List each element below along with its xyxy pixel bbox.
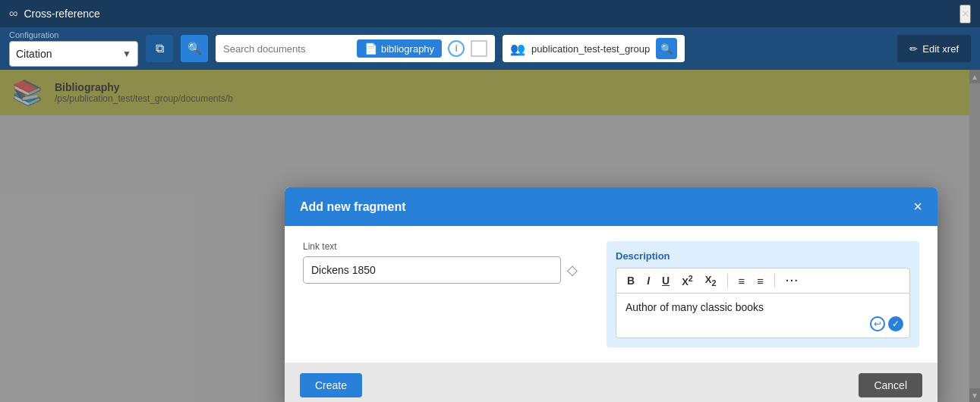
modal-close-button[interactable]: × xyxy=(913,198,922,215)
edit-xref-button[interactable]: ✏ Edit xref xyxy=(897,35,971,62)
title-bar-title: Cross-reference xyxy=(24,8,99,20)
modal-footer: Create Cancel xyxy=(285,363,937,402)
cancel-button[interactable]: Cancel xyxy=(859,373,922,397)
format-separator-2 xyxy=(774,274,775,287)
config-value: Citation xyxy=(16,48,52,60)
add-fragment-modal: Add new fragment × Link text ◇ Descripti… xyxy=(285,187,937,402)
undo-icon[interactable]: ↩ xyxy=(870,316,885,331)
search-icon: 🔍 xyxy=(187,42,202,55)
chevron-down-icon: ▼ xyxy=(122,49,131,59)
ordered-list-btn[interactable]: ≡ xyxy=(734,272,750,290)
clear-button[interactable]: ◇ xyxy=(567,262,578,278)
description-label: Description xyxy=(616,250,910,262)
italic-btn[interactable]: I xyxy=(642,272,654,289)
group-search-button[interactable]: 🔍 xyxy=(656,38,677,59)
description-editor[interactable]: Author of many classic books ↩ ✓ xyxy=(616,293,910,338)
confirm-icon[interactable]: ✓ xyxy=(888,316,903,331)
group-label: publication_test-test_group xyxy=(531,43,650,55)
modal-right-panel: Description B I U X2 X2 ≡ ≡ ··· Author o… xyxy=(607,241,919,347)
more-options-btn[interactable]: ··· xyxy=(781,272,804,289)
format-separator-1 xyxy=(727,274,728,287)
edit-icon: ✏ xyxy=(909,43,918,55)
description-text: Author of many classic books xyxy=(625,301,764,313)
bold-btn[interactable]: B xyxy=(622,272,639,289)
modal-body: Link text ◇ Description B I U X2 X2 ≡ xyxy=(285,226,937,363)
modal-title: Add new fragment xyxy=(300,200,406,214)
edit-xref-label: Edit xref xyxy=(922,43,959,55)
title-bar: ∞ Cross-reference × xyxy=(0,0,980,27)
link-text-row: ◇ xyxy=(303,256,591,284)
toolbar: Configuration Citation ▼ ⧉ 🔍 📄 bibliogra… xyxy=(0,27,980,70)
modal-header: Add new fragment × xyxy=(285,187,937,226)
search-input[interactable] xyxy=(223,43,351,55)
config-label: Configuration xyxy=(9,30,138,39)
subscript-btn[interactable]: X2 xyxy=(701,272,721,290)
bibliography-badge[interactable]: 📄 bibliography xyxy=(357,39,442,58)
link-text-input[interactable] xyxy=(303,256,561,284)
group-bar: 👥 publication_test-test_group 🔍 xyxy=(503,35,685,62)
modal-left-panel: Link text ◇ xyxy=(303,241,591,347)
unordered-list-btn[interactable]: ≡ xyxy=(752,272,768,290)
group-search-icon: 🔍 xyxy=(660,43,673,55)
bibliography-icon: 📄 xyxy=(364,42,377,55)
link-text-label: Link text xyxy=(303,241,591,252)
content-area: 📚 Bibliography /ps/publication_test/test… xyxy=(0,70,980,402)
create-button[interactable]: Create xyxy=(300,373,362,397)
superscript-btn[interactable]: X2 xyxy=(677,272,698,290)
description-action-icons: ↩ ✓ xyxy=(870,316,903,331)
infinity-icon: ∞ xyxy=(9,7,17,20)
title-bar-left: ∞ Cross-reference xyxy=(9,7,100,20)
square-button[interactable] xyxy=(471,40,487,57)
config-select[interactable]: Citation ▼ xyxy=(9,41,138,67)
window-close-button[interactable]: × xyxy=(960,5,971,24)
config-section: Configuration Citation ▼ xyxy=(9,30,138,67)
copy-icon: ⧉ xyxy=(156,42,164,55)
format-toolbar: B I U X2 X2 ≡ ≡ ··· xyxy=(616,268,910,293)
search-bar: 📄 bibliography i xyxy=(216,35,495,62)
underline-btn[interactable]: U xyxy=(657,272,674,289)
group-icon: 👥 xyxy=(510,42,525,56)
copy-button[interactable]: ⧉ xyxy=(146,35,173,62)
info-button[interactable]: i xyxy=(448,40,465,57)
search-button[interactable]: 🔍 xyxy=(181,35,208,62)
bibliography-label: bibliography xyxy=(381,43,434,55)
